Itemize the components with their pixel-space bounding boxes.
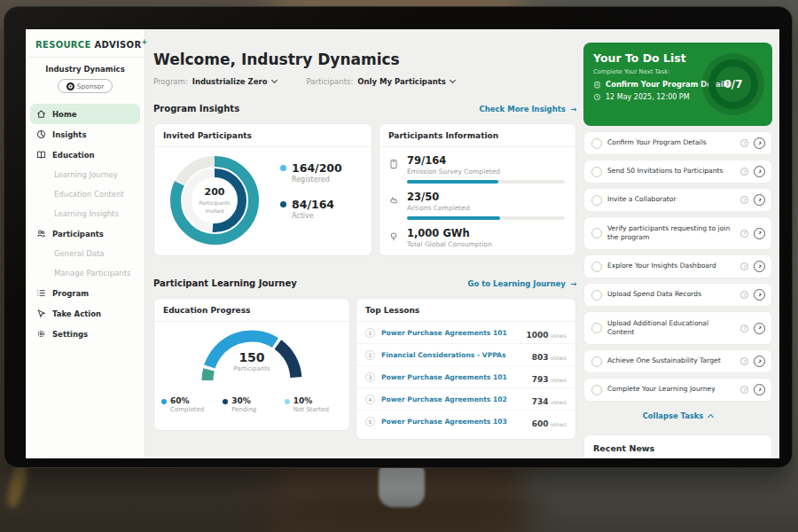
filter-bar: Program: Industrialize Zero Participants…: [153, 77, 455, 86]
completed-dot: [161, 399, 167, 404]
help-icon[interactable]: ?: [740, 386, 748, 394]
task-row: Explore Your Insights Dashboard ? ›: [583, 254, 772, 278]
lesson-link[interactable]: Power Purchase Agreements 102: [381, 395, 526, 403]
rank-badge: 3: [365, 372, 375, 382]
gauge-label: Participants: [197, 365, 307, 372]
program-dropdown[interactable]: Program: Industrialize Zero: [153, 77, 277, 86]
go-to-learning-journey-link[interactable]: Go to Learning Journey→: [467, 279, 576, 288]
task-row: Achieve One Sustainability Target ? ›: [583, 349, 772, 373]
list-icon: [36, 288, 46, 298]
education-progress-gauge: 150 Participants: [197, 327, 307, 387]
cursor-action-icon: [36, 309, 46, 318]
sidebar-item-home[interactable]: Home: [30, 104, 140, 124]
task-list: Confirm Your Program Details ? › Send 50…: [583, 131, 772, 422]
sidebar-item-insights[interactable]: Insights: [30, 124, 140, 145]
section-title: Program Insights: [153, 104, 239, 113]
lightbulb-icon: [388, 227, 400, 248]
task-chevron-button[interactable]: ›: [754, 356, 765, 367]
not-started-dot: [285, 399, 290, 404]
sidebar-item-education[interactable]: Education: [30, 145, 140, 165]
participants-dropdown[interactable]: Participants: Only My Participants: [307, 77, 455, 86]
task-chevron-button[interactable]: ›: [754, 194, 765, 206]
gauge-legend: 60% Completed 30% Pending 10% Not Starte…: [161, 396, 346, 413]
stat-value: 1,000 GWh: [407, 227, 565, 239]
task-chevron-button[interactable]: ›: [754, 323, 765, 334]
dashboard-screen: RESOURCE ADVISOR+ Industry Dynamics Spon…: [26, 29, 779, 458]
not-started-legend-item: 10% Not Started: [285, 396, 346, 413]
page-title: Welcome, Industry Dynamics: [153, 51, 400, 68]
sidebar-item-education-content[interactable]: Education Content: [30, 184, 140, 204]
task-row: Invite a Collaborator ? ›: [583, 188, 772, 212]
card-title: Invited Participants: [154, 124, 372, 147]
sidebar-item-participants[interactable]: Participants: [30, 223, 140, 244]
help-icon[interactable]: ?: [740, 291, 748, 299]
registered-dot: [280, 165, 286, 171]
people-icon: [36, 229, 46, 239]
task-row: Send 50 Invitations to Participants ? ›: [583, 160, 772, 184]
sidebar-item-learning-insights[interactable]: Learning Insights: [30, 204, 140, 223]
sponsor-icon: [66, 82, 74, 90]
lesson-link[interactable]: Financial Considerations - VPPAs: [381, 351, 526, 359]
education-progress-card: Education Progress 150 Participants 60% …: [153, 298, 350, 431]
sidebar-item-learning-journey[interactable]: Learning Journey: [30, 165, 140, 184]
rank-badge: 5: [365, 417, 375, 426]
sidebar-item-settings[interactable]: Settings: [30, 324, 140, 344]
help-icon[interactable]: ?: [740, 230, 748, 238]
check-more-insights-link[interactable]: Check More Insights→: [480, 105, 577, 113]
help-icon[interactable]: ?: [740, 139, 748, 147]
participants-information-card: Participants Information 79/164 Emission…: [379, 123, 576, 256]
task-chevron-button[interactable]: ›: [754, 261, 765, 272]
chevron-down-icon: [270, 77, 277, 83]
participants-invited-value: 200: [205, 186, 225, 198]
help-icon[interactable]: ?: [740, 262, 748, 270]
actions-icon: [388, 191, 400, 220]
active-legend-item: 84/164 Active: [280, 198, 342, 220]
task-chevron-button[interactable]: ›: [754, 384, 765, 395]
registered-legend-item: 164/200 Registered: [280, 161, 342, 184]
gauge-value: 150: [197, 350, 307, 364]
lesson-link[interactable]: Power Purchase Agreements 103: [381, 418, 526, 426]
stat-value: 79/164: [407, 154, 565, 167]
stat-value: 23/50: [407, 191, 565, 203]
invited-participants-card: Invited Participants 200 Participants In…: [153, 123, 372, 256]
chevron-up-icon: [708, 414, 714, 420]
lesson-link[interactable]: Power Purchase Agreements 101: [381, 373, 526, 381]
todo-summary-card: Your To Do List Complete Your Next Task:…: [583, 43, 772, 126]
clock-icon: [593, 93, 601, 101]
task-checkbox[interactable]: [591, 385, 602, 395]
sidebar-item-general-data[interactable]: General Data: [30, 244, 140, 263]
task-chevron-button[interactable]: ›: [754, 228, 765, 239]
todo-progress-value: 0/7: [724, 78, 742, 90]
task-chevron-button[interactable]: ›: [754, 166, 765, 177]
task-checkbox[interactable]: [591, 138, 602, 149]
task-chevron-button[interactable]: ›: [754, 289, 765, 301]
help-icon[interactable]: ?: [740, 325, 748, 332]
collapse-tasks-link[interactable]: Collapse Tasks: [583, 406, 772, 422]
sidebar-item-program[interactable]: Program: [30, 283, 140, 303]
help-icon[interactable]: ?: [740, 357, 748, 365]
lesson-link[interactable]: Power Purchase Agreements 101: [381, 329, 520, 337]
top-lessons-card: Top Lessons 1 Power Purchase Agreements …: [356, 298, 576, 440]
task-checkbox[interactable]: [591, 228, 602, 239]
lesson-row: 5 Power Purchase Agreements 103 600views: [356, 411, 575, 433]
sidebar-item-take-action[interactable]: Take Action: [30, 303, 140, 324]
completed-legend-item: 60% Completed: [161, 396, 223, 413]
sidebar-item-manage-participants[interactable]: Manage Participants: [30, 263, 140, 283]
rank-badge: 4: [365, 395, 375, 404]
help-icon[interactable]: ?: [740, 168, 748, 176]
task-checkbox[interactable]: [591, 323, 602, 333]
task-row: Upload Additional Educational Content ? …: [583, 311, 772, 345]
task-checkbox[interactable]: [591, 167, 602, 177]
task-checkbox[interactable]: [591, 195, 602, 206]
task-checkbox[interactable]: [591, 290, 602, 301]
task-checkbox[interactable]: [591, 262, 602, 272]
rank-badge: 1: [365, 328, 375, 338]
help-icon[interactable]: ?: [740, 196, 748, 204]
sidebar-nav: Home Insights Education Learning Journey…: [26, 100, 145, 348]
task-checkbox[interactable]: [591, 356, 602, 367]
card-title: Top Lessons: [356, 299, 575, 322]
task-chevron-button[interactable]: ›: [754, 137, 765, 149]
stat-label: Actions Completed: [407, 204, 565, 212]
sidebar: RESOURCE ADVISOR+ Industry Dynamics Spon…: [26, 29, 145, 458]
lesson-row: 1 Power Purchase Agreements 101 1000view…: [356, 322, 575, 344]
